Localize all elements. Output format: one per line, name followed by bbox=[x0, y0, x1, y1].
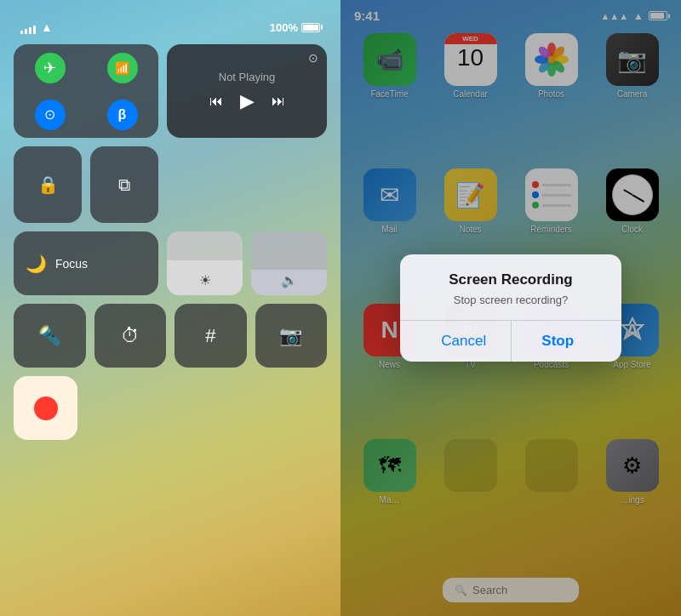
signal-strength: ▲ bbox=[20, 20, 53, 34]
camera-cc-icon: 📷 bbox=[279, 325, 302, 347]
status-bar-left: ▲ 100% bbox=[14, 17, 327, 44]
airplane-mode-button[interactable]: ✈ bbox=[14, 44, 86, 91]
fast-forward-button[interactable]: ⏭ bbox=[272, 94, 285, 109]
spacer-row2 bbox=[167, 146, 327, 223]
dialog-buttons: Cancel Stop bbox=[417, 321, 604, 362]
screen-mirror-icon: ⧉ bbox=[118, 175, 130, 195]
cellular-button[interactable]: 📶 bbox=[86, 44, 158, 91]
moon-icon: 🌙 bbox=[26, 254, 47, 274]
dialog-title: Screen Recording bbox=[449, 271, 573, 288]
airplane-icon: ✈ bbox=[35, 53, 66, 83]
battery-percent: 100% bbox=[270, 21, 298, 34]
wifi-button[interactable]: ⊙ bbox=[14, 91, 86, 138]
bluetooth-button[interactable]: β bbox=[86, 91, 158, 138]
camera-cc-button[interactable]: 📷 bbox=[255, 304, 328, 368]
brightness-icon: ☀ bbox=[199, 272, 211, 288]
media-controls: ⏮ ▶ ⏭ bbox=[209, 90, 285, 112]
wifi-icon: ▲ bbox=[41, 20, 53, 34]
dialog-subtitle: Stop screen recording? bbox=[454, 294, 568, 306]
media-title: Not Playing bbox=[219, 71, 275, 83]
screen-recording-dialog: Screen Recording Stop screen recording? … bbox=[400, 254, 621, 362]
cc-row-4: 🔦 ⏱ # 📷 bbox=[14, 304, 327, 368]
signal-bar-3 bbox=[29, 27, 31, 34]
timer-button[interactable]: ⏱ bbox=[94, 304, 167, 368]
screen-lock-icon: 🔒 bbox=[37, 174, 59, 195]
cc-row-3: 🌙 Focus ☀ 🔈 bbox=[14, 231, 327, 295]
signal-bar-1 bbox=[20, 31, 23, 34]
volume-icon: 🔈 bbox=[281, 272, 298, 288]
calculator-icon: # bbox=[205, 325, 215, 347]
media-player-block: ⊙ Not Playing ⏮ ▶ ⏭ bbox=[167, 44, 327, 138]
dialog-overlay: Screen Recording Stop screen recording? … bbox=[340, 0, 681, 616]
screen-lock-button[interactable]: 🔒 bbox=[14, 146, 82, 223]
flashlight-icon: 🔦 bbox=[38, 325, 61, 347]
focus-label: Focus bbox=[55, 257, 88, 271]
volume-slider[interactable]: 🔈 bbox=[251, 231, 327, 295]
brightness-slider[interactable]: ☀ bbox=[167, 231, 243, 295]
focus-button[interactable]: 🌙 Focus bbox=[14, 231, 158, 295]
calculator-button[interactable]: # bbox=[175, 304, 247, 368]
battery-icon bbox=[301, 23, 320, 32]
signal-bar-4 bbox=[33, 26, 36, 34]
bluetooth-icon: β bbox=[107, 100, 138, 130]
rewind-button[interactable]: ⏮ bbox=[209, 94, 223, 109]
record-dot-icon bbox=[34, 396, 58, 420]
timer-icon: ⏱ bbox=[121, 325, 140, 347]
cellular-icon: 📶 bbox=[107, 53, 138, 83]
row2-left-buttons: 🔒 ⧉ bbox=[14, 146, 158, 223]
control-center-grid: ✈ 📶 ⊙ β ⊙ Not Playing ⏮ ▶ ⏭ bbox=[14, 44, 327, 599]
dialog-cancel-button[interactable]: Cancel bbox=[417, 321, 511, 362]
screen-mirror-button[interactable]: ⧉ bbox=[90, 146, 158, 223]
wifi-btn-icon: ⊙ bbox=[35, 100, 66, 130]
cc-row-5 bbox=[14, 376, 327, 440]
flashlight-button[interactable]: 🔦 bbox=[14, 304, 86, 368]
cc-row-1: ✈ 📶 ⊙ β ⊙ Not Playing ⏮ ▶ ⏭ bbox=[14, 44, 327, 138]
connectivity-block[interactable]: ✈ 📶 ⊙ β bbox=[14, 44, 158, 138]
home-screen-panel: 9:41 ▲▲▲ ▲ 📹 FaceTime WED 10 Calendar bbox=[340, 0, 681, 616]
battery-indicator: 100% bbox=[270, 21, 320, 34]
play-button[interactable]: ▶ bbox=[240, 90, 255, 112]
signal-bar-2 bbox=[25, 29, 27, 34]
control-center-panel: ▲ 100% ✈ 📶 ⊙ β bbox=[0, 0, 340, 616]
screen-record-button[interactable] bbox=[14, 376, 77, 440]
airplay-icon[interactable]: ⊙ bbox=[308, 51, 318, 65]
dialog-stop-button[interactable]: Stop bbox=[512, 321, 605, 362]
battery-fill bbox=[303, 25, 318, 31]
cc-row-2: 🔒 ⧉ bbox=[14, 146, 327, 223]
